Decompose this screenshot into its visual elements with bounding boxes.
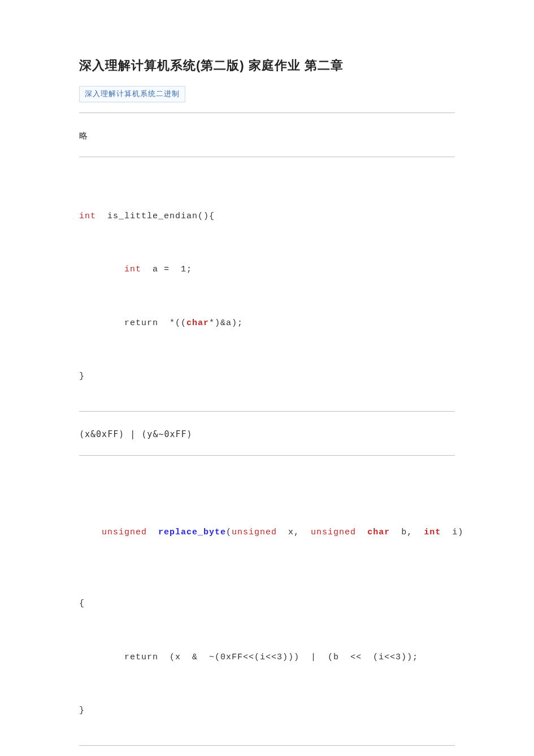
code-block-2: unsigned replace_byte(unsigned x, unsign… — [79, 470, 455, 738]
code-text: is_little_endian(){ — [96, 211, 215, 221]
code-indent — [79, 265, 124, 274]
code-text: ( — [226, 528, 232, 537]
code-text: } — [79, 702, 455, 720]
divider — [79, 411, 455, 412]
code-text: return (x & ~(0xFF<<(i<<3))) | (b << (i<… — [79, 649, 455, 667]
code-text: x, — [277, 528, 311, 537]
code-keyword: int — [124, 265, 141, 274]
code-keyword: unsigned — [102, 528, 147, 537]
code-text: a = 1; — [141, 265, 192, 274]
code-text: b, — [390, 528, 424, 537]
expression-text: (x&0xFF) | (y&~0xFF) — [79, 426, 455, 443]
divider — [79, 113, 455, 113]
divider — [79, 157, 455, 157]
code-text — [356, 528, 367, 537]
page-title: 深入理解计算机系统(第二版) 家庭作业 第二章 — [79, 54, 455, 77]
code-keyword: int — [424, 528, 441, 537]
divider — [79, 455, 455, 456]
code-text: { — [79, 595, 455, 613]
code-keyword: unsigned — [311, 528, 356, 537]
code-function: replace_byte — [147, 528, 226, 537]
divider — [79, 745, 455, 746]
code-block-1: int is_little_endian(){ int a = 1; retur… — [79, 172, 455, 404]
code-text: return *(( — [79, 318, 186, 328]
code-keyword: unsigned — [232, 528, 277, 537]
code-text: } — [79, 368, 455, 386]
omit-text: 略 — [79, 128, 455, 144]
code-keyword: char — [186, 318, 209, 328]
code-keyword: int — [79, 211, 96, 221]
tag-keyword[interactable]: 深入理解计算机系统二进制 — [79, 86, 185, 103]
tag-row: 深入理解计算机系统二进制 — [79, 85, 455, 103]
code-text: *)&a); — [209, 318, 243, 328]
code-text: i) — [441, 528, 463, 537]
code-keyword: char — [367, 528, 390, 537]
